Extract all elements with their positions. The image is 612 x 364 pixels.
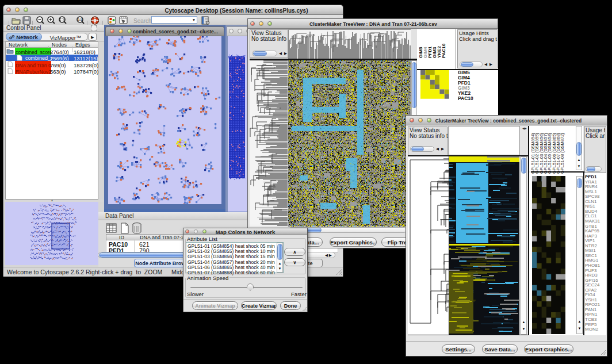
svg-text:1:1: 1:1	[78, 18, 82, 21]
